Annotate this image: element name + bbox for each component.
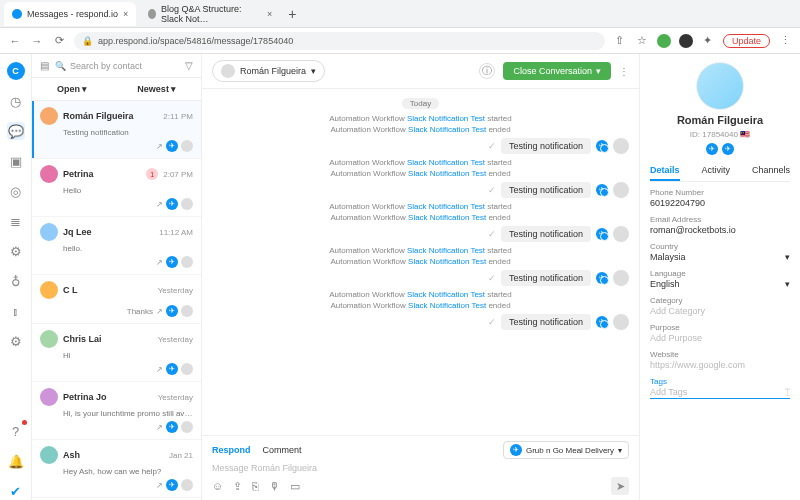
language-select[interactable]: English▾	[650, 279, 790, 289]
conversation-item[interactable]: Román Filgueira2:11 PMTesting notificati…	[32, 101, 201, 159]
emoji-icon[interactable]: ☺	[212, 480, 223, 492]
share-icon[interactable]: ⇧	[613, 34, 627, 48]
notifications-icon[interactable]: 🔔	[7, 452, 25, 470]
purpose-input[interactable]: Add Purpose	[650, 333, 790, 343]
close-tab-icon[interactable]: ×	[267, 9, 272, 19]
workflow-link[interactable]: Slack Notification Test	[408, 213, 486, 222]
workflow-link[interactable]: Slack Notification Test	[408, 125, 486, 134]
tab-favicon	[148, 9, 156, 19]
whats-new-icon[interactable]: ✔	[7, 482, 25, 500]
settings-icon[interactable]: ⚙	[7, 332, 25, 350]
reports-icon[interactable]: ⫾	[7, 302, 25, 320]
close-conversation-button[interactable]: Close Conversation▾	[503, 62, 611, 80]
category-input[interactable]: Add Category	[650, 306, 790, 316]
back-icon[interactable]: ←	[8, 34, 22, 48]
email-value[interactable]: roman@rocketbots.io	[650, 225, 790, 235]
field-label: Country	[650, 242, 790, 251]
extension-icon[interactable]	[679, 34, 693, 48]
help-icon[interactable]: ?	[7, 422, 25, 440]
workflow-link[interactable]: Slack Notification Test	[407, 290, 485, 299]
search-input[interactable]: 🔍 Search by contact	[55, 61, 179, 71]
read-receipt-icon: ✓	[488, 141, 496, 151]
contacts-icon[interactable]: ▣	[7, 152, 25, 170]
forward-icon[interactable]: →	[30, 34, 44, 48]
message-input[interactable]: Message Román Filgueira	[212, 463, 629, 473]
workflow-link[interactable]: Slack Notification Test	[408, 257, 486, 266]
messages-icon[interactable]: 💬	[7, 122, 25, 140]
conversation-item[interactable]: Chris LaiYesterdayHi↗✈	[32, 324, 201, 382]
workflow-link[interactable]: Slack Notification Test	[408, 301, 486, 310]
browser-menu-icon[interactable]: ⋮	[778, 34, 792, 48]
saved-reply-icon[interactable]: ▭	[290, 480, 300, 493]
search-icon: 🔍	[55, 61, 66, 71]
new-tab-button[interactable]: +	[280, 6, 304, 22]
conversation-item[interactable]: Petrina12:07 PMHello↗✈	[32, 159, 201, 217]
automation-icon[interactable]: ⚙	[7, 242, 25, 260]
browser-tab-inactive[interactable]: Blog Q&A Structure: Slack Not… ×	[140, 2, 280, 26]
update-button[interactable]: Update	[723, 34, 770, 48]
telegram-icon[interactable]: ✈	[706, 143, 718, 155]
profile-name: Román Filgueira	[677, 114, 763, 126]
attach-icon[interactable]: ⇪	[233, 480, 242, 493]
timestamp: Jan 21	[169, 451, 193, 460]
conversation-menu-icon[interactable]: ⋮	[619, 66, 629, 77]
tab-channels[interactable]: Channels	[752, 161, 790, 181]
phone-value[interactable]: 60192204790	[650, 198, 790, 208]
channel-selector[interactable]: ✈ Grub n Go Meal Delivery ▾	[503, 441, 629, 459]
star-icon[interactable]: ☆	[635, 34, 649, 48]
workflow-link[interactable]: Slack Notification Test	[407, 246, 485, 255]
filter-newest[interactable]: Newest ▾	[137, 84, 176, 94]
extensions-menu-icon[interactable]: ✦	[701, 34, 715, 48]
tab-details[interactable]: Details	[650, 161, 680, 181]
extension-icon[interactable]	[657, 34, 671, 48]
conversation-item[interactable]: Jq Lee11:12 AMhello.↗✈	[32, 217, 201, 275]
conversation-item[interactable]: Petrina JoYesterdayHi, is your lunchtime…	[32, 382, 201, 440]
channel-badge: ✈	[596, 228, 608, 240]
workflow-link[interactable]: Slack Notification Test	[407, 158, 485, 167]
send-button[interactable]: ➤	[611, 477, 629, 495]
browser-tab-active[interactable]: Messages - respond.io ×	[4, 2, 136, 26]
contact-avatar	[221, 64, 235, 78]
broadcast-icon[interactable]: ◎	[7, 182, 25, 200]
voice-icon[interactable]: 🎙	[269, 480, 280, 492]
conversation-pane: Román Filgueira ▾ ⓘ Close Conversation▾ …	[202, 54, 640, 500]
workflows-icon[interactable]: ≣	[7, 212, 25, 230]
reply-icon: ↗	[156, 307, 163, 316]
conversation-item[interactable]: C LYesterdayThanks↗✈	[32, 275, 201, 324]
contact-chip[interactable]: Román Filgueira ▾	[212, 60, 325, 82]
conversation-item[interactable]: AshJan 21Hey Ash, how can we help?↗✈	[32, 440, 201, 498]
tab-activity[interactable]: Activity	[701, 161, 730, 181]
filter-icon[interactable]: ▽	[185, 60, 193, 71]
composer-tab-comment[interactable]: Comment	[263, 445, 302, 455]
reload-icon[interactable]: ⟳	[52, 34, 66, 48]
composer-tab-respond[interactable]: Respond	[212, 445, 251, 455]
contact-name: Román Filgueira	[240, 66, 306, 76]
timestamp: 2:07 PM	[163, 170, 193, 179]
workflow-link[interactable]: Slack Notification Test	[407, 202, 485, 211]
system-message: Automation Workflow Slack Notification T…	[212, 125, 629, 134]
tags-input[interactable]: Add Tags⌶	[650, 387, 790, 399]
message-preview: Hello	[63, 186, 193, 195]
url-bar[interactable]: 🔒 app.respond.io/space/54816/message/178…	[74, 32, 605, 50]
website-input[interactable]: https://www.google.com	[650, 360, 790, 370]
close-tab-icon[interactable]: ×	[123, 9, 128, 19]
field-label: Email Address	[650, 215, 790, 224]
snippet-icon[interactable]: ⎘	[252, 480, 259, 492]
conversation-info-icon[interactable]: ⓘ	[479, 63, 495, 79]
workflow-link[interactable]: Slack Notification Test	[407, 114, 485, 123]
telegram-icon: ✈	[510, 444, 522, 456]
workflow-link[interactable]: Slack Notification Test	[408, 169, 486, 178]
nav-rail: C ◷ 💬 ▣ ◎ ≣ ⚙ ♁ ⫾ ⚙ ? 🔔 ✔	[0, 54, 32, 500]
inbox-settings-icon[interactable]: ▤	[40, 60, 49, 71]
org-icon[interactable]: ♁	[7, 272, 25, 290]
system-message: Automation Workflow Slack Notification T…	[212, 114, 629, 123]
avatar	[40, 165, 58, 183]
dashboard-icon[interactable]: ◷	[7, 92, 25, 110]
timestamp: 2:11 PM	[163, 112, 193, 121]
filter-open[interactable]: Open ▾	[57, 84, 87, 94]
telegram-icon[interactable]: ✈	[722, 143, 734, 155]
avatar	[40, 107, 58, 125]
workspace-avatar[interactable]: C	[7, 62, 25, 80]
inbox-pane: ▤ 🔍 Search by contact ▽ Open ▾ Newest ▾ …	[32, 54, 202, 500]
country-select[interactable]: Malaysia▾	[650, 252, 790, 262]
